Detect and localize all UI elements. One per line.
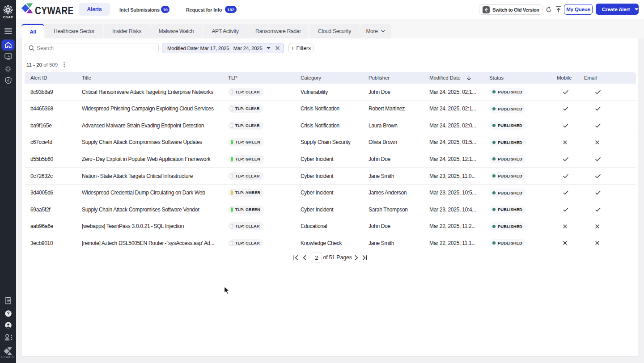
svg-text:?: ? bbox=[7, 311, 9, 316]
